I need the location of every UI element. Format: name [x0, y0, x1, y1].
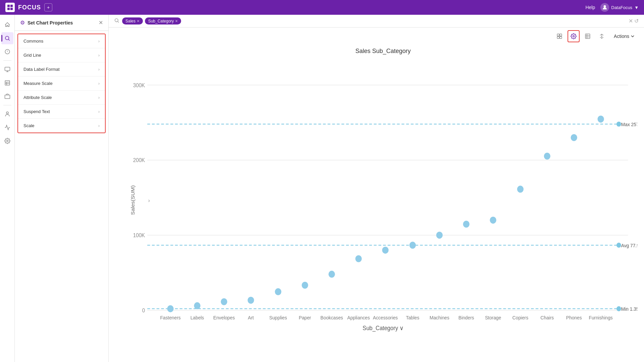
menu-item-suspend-text[interactable]: Suspend Text ›: [18, 105, 105, 119]
svg-text:Paper: Paper: [299, 315, 311, 320]
data-point-art: [248, 297, 254, 304]
svg-text:Chairs: Chairs: [540, 315, 554, 320]
data-point-envelopes: [221, 298, 227, 305]
search-clear-button[interactable]: ✕: [629, 18, 633, 24]
svg-text:Bookcases: Bookcases: [320, 315, 343, 320]
search-bar: Sales × Sub_Category × ✕ ↺: [109, 15, 644, 28]
actions-button[interactable]: Actions: [610, 32, 639, 41]
search-tags: Sales × Sub_Category ×: [122, 17, 626, 24]
svg-text:Supplies: Supplies: [269, 315, 287, 320]
svg-rect-24: [557, 37, 559, 39]
sidebar-item-box[interactable]: [1, 90, 13, 102]
svg-text:200K: 200K: [133, 157, 145, 163]
sidebar-item-info[interactable]: [1, 46, 13, 58]
svg-text:Fasteners: Fasteners: [160, 315, 180, 320]
svg-text:100K: 100K: [133, 232, 145, 238]
svg-text:Tables: Tables: [406, 315, 419, 320]
panel-header-left: ⚙ Set Chart Properties: [20, 19, 73, 26]
svg-point-32: [601, 36, 602, 37]
data-point-bookcases: [328, 271, 335, 278]
menu-item-attribute-scale-arrow: ›: [98, 95, 100, 100]
chart-view-table-button[interactable]: [582, 30, 594, 42]
search-tag-subcategory-close[interactable]: ×: [175, 18, 178, 23]
user-name: DataFocus: [611, 5, 632, 10]
svg-point-19: [6, 140, 8, 142]
search-refresh-button[interactable]: ↺: [634, 18, 639, 24]
svg-point-51: [616, 306, 621, 311]
svg-point-18: [6, 112, 8, 114]
svg-text:Appliances: Appliances: [347, 315, 370, 320]
svg-rect-10: [5, 67, 10, 71]
data-point-tables: [410, 242, 416, 249]
search-tag-subcategory-label: Sub_Category: [148, 19, 174, 23]
svg-text:0: 0: [142, 307, 145, 313]
menu-item-data-label-format[interactable]: Data Label Format ›: [18, 62, 105, 76]
data-point-furnishings: [597, 116, 604, 123]
svg-text:Sales(SUM): Sales(SUM): [130, 185, 135, 215]
svg-text:Phones: Phones: [566, 315, 582, 320]
sidebar-item-monitor[interactable]: [1, 63, 13, 75]
svg-rect-23: [560, 34, 562, 36]
svg-text:300K: 300K: [133, 82, 145, 88]
panel-header: ⚙ Set Chart Properties ✕: [15, 15, 108, 31]
data-point-phones: [571, 134, 577, 141]
search-tag-sales-label: Sales: [125, 19, 136, 23]
menu-item-scale[interactable]: Scale ›: [18, 119, 105, 133]
help-link[interactable]: Help: [585, 5, 595, 10]
svg-rect-3: [10, 8, 13, 10]
search-tag-subcategory: Sub_Category ×: [145, 17, 181, 24]
svg-point-45: [616, 121, 621, 126]
user-menu[interactable]: DataFocus ▼: [600, 3, 639, 12]
menu-item-attribute-scale-label: Attribute Scale: [23, 95, 52, 100]
data-point-paper: [302, 282, 308, 289]
chart-view-card-button[interactable]: [553, 30, 566, 42]
nav-add-button[interactable]: +: [44, 3, 52, 11]
sidebar-item-settings[interactable]: [1, 135, 13, 147]
sidebar-item-analytics[interactable]: [1, 121, 13, 134]
menu-item-measure-scale-arrow: ›: [98, 81, 100, 86]
svg-rect-1: [10, 5, 13, 7]
data-point-machines: [436, 232, 442, 239]
data-point-storage: [490, 217, 496, 224]
sidebar-item-table[interactable]: [1, 77, 13, 89]
menu-item-data-label-format-arrow: ›: [98, 67, 100, 72]
data-point-labels: [194, 302, 200, 309]
svg-text:Storage: Storage: [485, 315, 501, 320]
sidebar-item-search[interactable]: [1, 32, 13, 44]
user-arrow: ▼: [634, 5, 639, 10]
data-point-copiers: [517, 186, 524, 193]
svg-text:Furnishings: Furnishings: [589, 315, 613, 320]
chart-title: Sales Sub_Category: [129, 45, 637, 60]
svg-text:Sub_Category ∨: Sub_Category ∨: [363, 325, 404, 332]
chart-view-more-button[interactable]: [596, 30, 608, 42]
chart-toolbar: Actions: [109, 28, 644, 45]
data-point-accessories: [382, 247, 388, 254]
data-point-fasteners: [167, 305, 173, 312]
chart-svg-area: 300K 200K 100K 0 Sales(SUM) › Max 257.18…: [129, 60, 637, 350]
search-tag-sales-close[interactable]: ×: [137, 18, 140, 23]
svg-rect-17: [5, 95, 10, 99]
chart-properties-panel: ⚙ Set Chart Properties ✕ Commons › Grid …: [15, 15, 109, 362]
data-point-binders: [463, 221, 469, 228]
menu-item-suspend-text-arrow: ›: [98, 109, 100, 114]
sidebar-item-home[interactable]: [1, 19, 13, 31]
brand-name: FOCUS: [18, 4, 41, 11]
svg-rect-13: [5, 81, 10, 85]
menu-item-grid-line[interactable]: Grid Line ›: [18, 48, 105, 62]
svg-rect-2: [7, 8, 10, 10]
logo-icon: [5, 3, 15, 12]
menu-item-commons[interactable]: Commons ›: [18, 34, 105, 48]
menu-item-measure-scale-label: Measure Scale: [23, 81, 53, 86]
menu-item-attribute-scale[interactable]: Attribute Scale ›: [18, 91, 105, 105]
sidebar-item-user[interactable]: [1, 108, 13, 120]
chart-container: Sales Sub_Category 300K 200K 100K 0 Sale…: [109, 45, 644, 362]
menu-item-measure-scale[interactable]: Measure Scale ›: [18, 76, 105, 91]
svg-point-26: [573, 36, 575, 37]
svg-point-5: [5, 36, 9, 40]
chart-svg: 300K 200K 100K 0 Sales(SUM) › Max 257.18…: [129, 60, 637, 350]
svg-rect-0: [7, 5, 10, 7]
panel-close-button[interactable]: ✕: [99, 19, 103, 26]
chart-view-settings-button[interactable]: [568, 30, 580, 42]
search-button[interactable]: [114, 18, 119, 24]
data-point-chairs: [544, 153, 550, 160]
